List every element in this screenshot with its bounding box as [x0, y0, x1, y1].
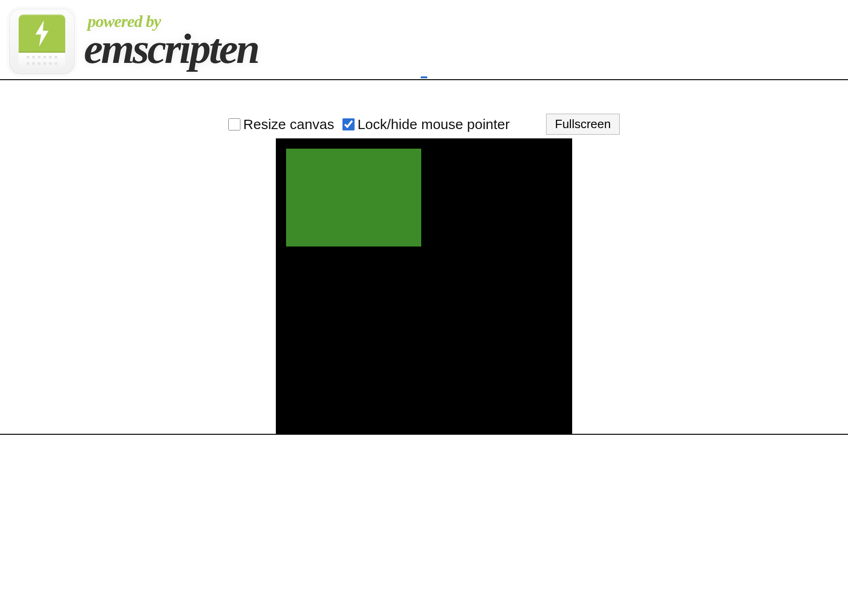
logo-text: powered by emscripten [84, 13, 258, 70]
svg-marker-0 [35, 21, 48, 47]
logo-icon-top [19, 14, 65, 53]
emscripten-logo-icon [9, 9, 75, 74]
lock-pointer-checkbox[interactable] [342, 118, 355, 130]
logo-icon-bottom [19, 53, 65, 68]
emscripten-canvas[interactable] [276, 138, 572, 435]
fullscreen-button[interactable]: Fullscreen [546, 114, 620, 135]
green-rectangle [286, 149, 421, 246]
canvas-area [0, 138, 848, 435]
lightning-bolt-icon [33, 20, 51, 48]
resize-canvas-checkbox[interactable] [228, 118, 240, 130]
lock-pointer-control[interactable]: Lock/hide mouse pointer [342, 116, 510, 132]
resize-canvas-label: Resize canvas [243, 116, 334, 132]
brand-text: emscripten [84, 27, 258, 70]
lock-pointer-label: Lock/hide mouse pointer [357, 116, 510, 132]
header: powered by emscripten [0, 0, 848, 79]
resize-canvas-control[interactable]: Resize canvas [228, 116, 334, 132]
controls-row: Resize canvas Lock/hide mouse pointer Fu… [0, 114, 848, 135]
separator-top [0, 79, 848, 80]
